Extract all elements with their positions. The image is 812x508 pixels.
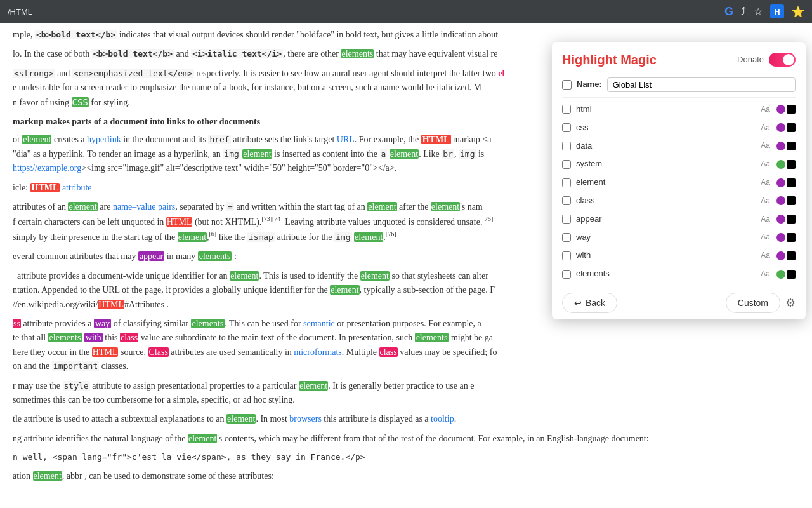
item-colors-way xyxy=(776,233,796,242)
item-color1-elements xyxy=(776,270,785,279)
custom-button[interactable]: Custom xyxy=(726,293,780,313)
item-color2-way xyxy=(787,233,796,242)
item-aa-css: Aa xyxy=(761,122,770,134)
list-item[interactable]: html Aa xyxy=(552,100,806,119)
global-list-checkbox[interactable] xyxy=(562,80,572,90)
panel-toggle[interactable] xyxy=(769,53,796,67)
item-color1-system xyxy=(776,160,785,169)
item-color2-elements xyxy=(787,270,796,279)
item-colors-css xyxy=(776,123,796,132)
item-label-elements: elements xyxy=(576,267,756,281)
donate-label[interactable]: Donate xyxy=(737,53,764,67)
list-item[interactable]: element Aa xyxy=(552,173,806,192)
item-colors-html xyxy=(776,105,796,114)
item-label-system: system xyxy=(576,157,756,171)
item-label-html: html xyxy=(576,103,756,116)
list-item[interactable]: elements Aa xyxy=(552,265,806,283)
para-class: ss attribute provides a way of classifyi… xyxy=(13,317,799,374)
para-abbr: ation element, abbr , can be used to dem… xyxy=(13,469,799,483)
item-colors-appear xyxy=(776,215,796,224)
item-colors-data xyxy=(776,142,796,150)
share-icon[interactable]: ⤴ xyxy=(741,6,746,17)
list-item[interactable]: way Aa xyxy=(552,229,806,247)
panel-title: Highlight Magic xyxy=(562,50,657,70)
para-code-example: n well, <span lang="fr">c'est la vie</sp… xyxy=(13,451,799,464)
item-checkbox-system[interactable] xyxy=(562,160,571,169)
settings-icon[interactable]: ⚙ xyxy=(785,294,796,312)
item-aa-way: Aa xyxy=(761,231,770,243)
item-aa-with: Aa xyxy=(761,250,770,262)
bookmark-icon[interactable]: ☆ xyxy=(754,6,763,18)
back-button[interactable]: ↩ Back xyxy=(562,293,617,313)
item-aa-class: Aa xyxy=(761,195,770,207)
item-label-data: data xyxy=(576,140,756,153)
item-color2-html xyxy=(787,105,796,114)
list-item[interactable]: appear Aa xyxy=(552,210,806,229)
para-lang: ng attribute identifies the natural lang… xyxy=(13,432,799,446)
list-item[interactable]: class Aa xyxy=(552,192,806,210)
item-checkbox-way[interactable] xyxy=(562,233,571,242)
panel-header: Highlight Magic Donate xyxy=(552,42,806,75)
content-area: mple, <b>bold text</b> indicates that vi… xyxy=(0,23,812,508)
item-color1-class xyxy=(776,196,785,205)
item-color1-with xyxy=(776,251,785,260)
item-aa-appear: Aa xyxy=(761,213,770,225)
list-item[interactable]: system Aa xyxy=(552,155,806,173)
donate-area: Donate xyxy=(737,53,796,67)
item-label-css: css xyxy=(576,121,756,135)
item-label-element: element xyxy=(576,176,756,189)
item-color1-element xyxy=(776,178,785,187)
item-color2-with xyxy=(787,251,796,260)
back-button-label: Back xyxy=(586,298,605,308)
item-color1-appear xyxy=(776,215,785,224)
item-checkbox-css[interactable] xyxy=(562,123,571,132)
extensions-icon[interactable]: ⭐ xyxy=(792,6,804,18)
item-label-appear: appear xyxy=(576,213,756,226)
name-row: Name: xyxy=(552,75,806,97)
keyword-list: html Aa css Aa data xyxy=(552,98,806,286)
item-checkbox-element[interactable] xyxy=(562,178,571,187)
item-checkbox-html[interactable] xyxy=(562,105,571,114)
item-color1-way xyxy=(776,233,785,242)
item-aa-html: Aa xyxy=(761,104,770,116)
item-colors-elements xyxy=(776,270,796,279)
item-color1-html xyxy=(776,105,785,114)
browser-icons: G ⤴ ☆ H ⭐ xyxy=(724,4,804,18)
item-aa-data: Aa xyxy=(761,140,770,152)
item-colors-system xyxy=(776,160,796,169)
item-aa-system: Aa xyxy=(761,158,770,170)
item-colors-with xyxy=(776,251,796,260)
item-checkbox-elements[interactable] xyxy=(562,270,571,279)
highlight-magic-panel: Highlight Magic Donate Name: html Aa xyxy=(552,42,806,319)
back-arrow-icon: ↩ xyxy=(574,298,582,308)
item-color2-element xyxy=(787,178,796,187)
item-checkbox-class[interactable] xyxy=(562,196,571,205)
item-checkbox-with[interactable] xyxy=(562,251,571,260)
item-label-with: with xyxy=(576,249,756,262)
item-checkbox-data[interactable] xyxy=(562,142,571,150)
para-style: r may use the style attribute to assign … xyxy=(13,379,799,408)
panel-footer: ↩ Back Custom ⚙ xyxy=(552,286,806,319)
item-label-way: way xyxy=(576,231,756,244)
para-title: tle attribute is used to attach a subtex… xyxy=(13,412,799,426)
item-label-class: class xyxy=(576,194,756,208)
item-color1-data xyxy=(776,142,785,150)
list-item[interactable]: with Aa xyxy=(552,246,806,265)
item-checkbox-appear[interactable] xyxy=(562,215,571,224)
item-color2-system xyxy=(787,160,796,169)
google-icon[interactable]: G xyxy=(724,5,733,18)
item-color2-class xyxy=(787,196,796,205)
list-name-input[interactable] xyxy=(607,77,796,92)
browser-title: /HTML xyxy=(8,7,32,17)
item-color2-appear xyxy=(787,215,796,224)
h-extension-icon[interactable]: H xyxy=(770,4,784,18)
item-aa-elements: Aa xyxy=(761,268,770,280)
name-field-label: Name: xyxy=(577,78,602,91)
browser-bar: /HTML G ⤴ ☆ H ⭐ xyxy=(0,0,812,23)
list-item[interactable]: css Aa xyxy=(552,119,806,137)
list-item[interactable]: data Aa xyxy=(552,137,806,156)
item-color2-css xyxy=(787,123,796,132)
item-aa-element: Aa xyxy=(761,177,770,189)
item-color1-css xyxy=(776,123,785,132)
item-color2-data xyxy=(787,142,796,150)
